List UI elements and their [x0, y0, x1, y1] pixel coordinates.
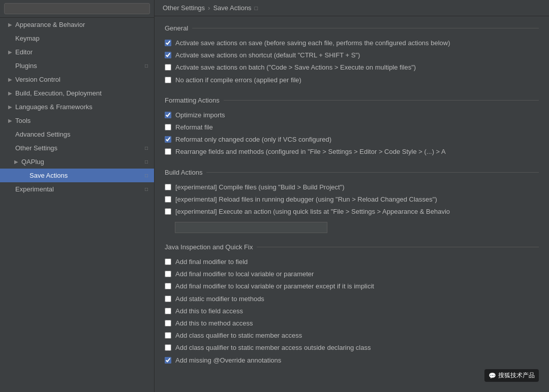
chevron-icon: ▶ — [8, 104, 12, 110]
sidebar-item-label: Tools — [15, 117, 30, 124]
chevron-icon: ▶ — [8, 118, 12, 123]
sidebar-item-advanced[interactable]: Advanced Settings — [0, 127, 154, 141]
checkbox-label-reformat-changed[interactable]: Reformat only changed code (only if VCS … — [175, 135, 331, 144]
checkbox-item-final-local-except: Add final modifier to local variable or … — [165, 280, 539, 292]
java-section: Java Inspection and Quick Fix Add final … — [165, 243, 539, 367]
checkbox-reload-files[interactable] — [165, 196, 171, 203]
sidebar-item-qaplug[interactable]: ▶QAPlug□ — [0, 155, 154, 169]
checkbox-activate-batch[interactable] — [165, 64, 171, 71]
breadcrumb-separator: › — [208, 4, 210, 12]
formatting-section: Formatting Actions Optimize importsRefor… — [165, 96, 539, 158]
checkbox-label-class-qualifier-outside[interactable]: Add class qualifier to static member acc… — [175, 343, 371, 352]
sidebar-item-label: Experimental — [15, 185, 54, 193]
build-action-input-container — [175, 222, 539, 233]
sidebar-item-appearance[interactable]: ▶Appearance & Behavior — [0, 18, 154, 31]
checkbox-activate-save[interactable] — [165, 40, 171, 46]
checkbox-item-activate-shortcut: Activate save actions on shortcut (defau… — [165, 49, 539, 61]
sidebar-item-version-control[interactable]: ▶Version Control — [0, 73, 154, 86]
checkbox-class-qualifier-static[interactable] — [165, 332, 171, 339]
checkbox-compile-files[interactable] — [165, 184, 171, 190]
checkbox-this-field[interactable] — [165, 308, 171, 314]
sidebar-item-save-actions[interactable]: Save Actions□ — [0, 169, 154, 182]
checkbox-execute-action[interactable] — [165, 208, 171, 215]
checkbox-label-activate-batch[interactable]: Activate save actions on batch ("Code > … — [175, 63, 416, 72]
watermark-icon: 💬 — [489, 372, 496, 379]
checkbox-item-rearrange-fields: Rearrange fields and methods (configured… — [165, 146, 539, 158]
build-action-input[interactable] — [175, 222, 327, 233]
sidebar-item-experimental[interactable]: Experimental□ — [0, 182, 154, 196]
checkbox-label-activate-shortcut[interactable]: Activate save actions on shortcut (defau… — [175, 51, 360, 60]
checkbox-label-final-local-except[interactable]: Add final modifier to local variable or … — [175, 282, 374, 291]
build-section: Build Actions [experimental] Compile fil… — [165, 169, 539, 234]
checkbox-label-final-local[interactable]: Add final modifier to local variable or … — [175, 270, 314, 279]
checkbox-optimize-imports[interactable] — [165, 112, 171, 118]
sidebar-item-label: Other Settings — [15, 144, 57, 152]
checkbox-final-local[interactable] — [165, 271, 171, 277]
checkbox-final-field[interactable] — [165, 258, 171, 265]
checkbox-this-method[interactable] — [165, 320, 171, 326]
checkbox-label-execute-action[interactable]: [experimental] Execute an action (using … — [175, 207, 450, 216]
sidebar-item-label: Keymap — [15, 35, 40, 42]
build-items: [experimental] Compile files (using "Bui… — [165, 181, 539, 218]
sidebar-item-build-execution[interactable]: ▶Build, Execution, Deployment — [0, 86, 154, 100]
sidebar-item-tools[interactable]: ▶Tools — [0, 114, 154, 127]
checkbox-label-compile-files[interactable]: [experimental] Compile files (using "Bui… — [175, 183, 345, 192]
checkbox-label-reformat-file[interactable]: Reformat file — [175, 123, 213, 132]
checkbox-activate-shortcut[interactable] — [165, 52, 171, 58]
checkbox-item-final-field: Add final modifier to field — [165, 256, 539, 268]
checkbox-no-action-compile[interactable] — [165, 77, 171, 83]
sidebar-item-editor[interactable]: ▶Editor — [0, 45, 154, 59]
checkbox-rearrange-fields[interactable] — [165, 148, 171, 155]
checkbox-missing-override[interactable] — [165, 357, 171, 364]
checkbox-class-qualifier-outside[interactable] — [165, 344, 171, 351]
checkbox-label-no-action-compile[interactable]: No action if compile errors (applied per… — [175, 76, 301, 85]
sidebar-item-icon: □ — [145, 145, 148, 151]
sidebar-item-label: Plugins — [15, 62, 37, 70]
checkbox-item-activate-batch: Activate save actions on batch ("Code > … — [165, 61, 539, 74]
general-items: Activate save actions on save (before sa… — [165, 37, 539, 86]
checkbox-label-activate-save[interactable]: Activate save actions on save (before sa… — [175, 39, 450, 48]
checkbox-item-reformat-changed: Reformat only changed code (only if VCS … — [165, 134, 539, 146]
sidebar-item-icon: □ — [145, 159, 148, 165]
checkbox-label-optimize-imports[interactable]: Optimize imports — [175, 111, 225, 120]
checkbox-reformat-file[interactable] — [165, 124, 171, 130]
checkbox-item-reformat-file: Reformat file — [165, 121, 539, 134]
sidebar-item-label: Save Actions — [29, 172, 68, 179]
sidebar-item-other-settings[interactable]: Other Settings□ — [0, 141, 154, 155]
checkbox-label-this-method[interactable]: Add this to method access — [175, 319, 253, 328]
watermark-text: 搜狐技术产品 — [498, 371, 535, 380]
checkbox-label-missing-override[interactable]: Add missing @Override annotations — [175, 356, 281, 365]
checkbox-item-static-methods: Add static modifier to methods — [165, 293, 539, 305]
search-bar[interactable] — [0, 0, 154, 18]
search-input[interactable] — [4, 3, 150, 14]
sidebar-nav: ▶Appearance & BehaviorKeymap▶EditorPlugi… — [0, 18, 154, 196]
checkbox-final-local-except[interactable] — [165, 283, 171, 289]
breadcrumb-icon: □ — [255, 5, 258, 11]
sidebar-item-icon: □ — [145, 63, 148, 69]
checkbox-reformat-changed[interactable] — [165, 136, 171, 143]
checkbox-item-class-qualifier-outside: Add class qualifier to static member acc… — [165, 342, 539, 354]
sidebar-item-plugins[interactable]: Plugins□ — [0, 59, 154, 73]
sidebar-item-label: QAPlug — [21, 158, 44, 166]
checkbox-static-methods[interactable] — [165, 296, 171, 302]
sidebar-item-languages[interactable]: ▶Languages & Frameworks — [0, 100, 154, 114]
main-content: General Other Settings › Save Actions □ … — [155, 0, 549, 392]
checkbox-label-reload-files[interactable]: [experimental] Reload files in running d… — [175, 195, 437, 204]
formatting-header: Formatting Actions — [165, 96, 539, 104]
checkbox-item-no-action-compile: No action if compile errors (applied per… — [165, 74, 539, 86]
sidebar-item-label: Advanced Settings — [15, 130, 70, 138]
checkbox-label-this-field[interactable]: Add this to field access — [175, 307, 243, 316]
sidebar-item-label: Appearance & Behavior — [15, 21, 85, 28]
breadcrumb-save-actions: Save Actions — [213, 4, 251, 12]
sidebar-item-icon: □ — [145, 186, 148, 192]
checkbox-item-final-local: Add final modifier to local variable or … — [165, 268, 539, 280]
checkbox-label-final-field[interactable]: Add final modifier to field — [175, 257, 248, 267]
watermark: 💬 搜狐技术产品 — [484, 369, 539, 382]
checkbox-item-class-qualifier-static: Add class qualifier to static member acc… — [165, 330, 539, 342]
checkbox-label-static-methods[interactable]: Add static modifier to methods — [175, 295, 264, 304]
checkbox-item-optimize-imports: Optimize imports — [165, 109, 539, 121]
checkbox-item-execute-action: [experimental] Execute an action (using … — [165, 206, 539, 218]
sidebar-item-keymap[interactable]: Keymap — [0, 31, 154, 45]
checkbox-label-class-qualifier-static[interactable]: Add class qualifier to static member acc… — [175, 331, 302, 340]
checkbox-label-rearrange-fields[interactable]: Rearrange fields and methods (configured… — [175, 147, 446, 156]
